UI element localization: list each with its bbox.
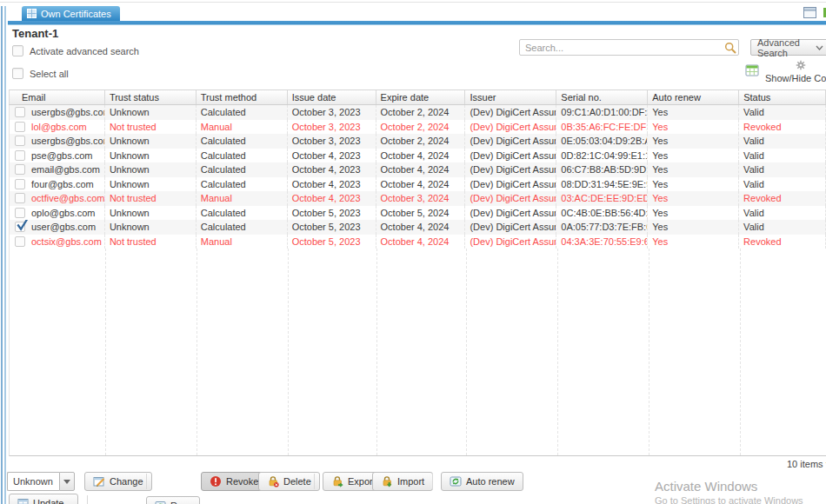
activate-windows-watermark: Activate Windows xyxy=(655,479,757,494)
header-serial-no[interactable]: Serial no. xyxy=(556,90,648,104)
auto-renew-cell: Yes xyxy=(648,206,739,221)
table-row[interactable]: oplo@gbs.comUnknownCalculatedOctober 5, … xyxy=(10,206,826,221)
revoke-button[interactable]: Revoke xyxy=(201,472,267,491)
row-checkbox[interactable] xyxy=(15,222,25,232)
import-button[interactable]: Import xyxy=(372,472,433,491)
row-checkbox[interactable] xyxy=(15,208,25,218)
row-checkbox[interactable] xyxy=(15,122,25,132)
row-checkbox[interactable] xyxy=(15,164,25,175)
email-text: usergbs@gbs.com xyxy=(31,134,105,149)
email-cell: email@gbs.com xyxy=(10,162,105,177)
issuer-cell: (Dev) DigiCert Assured I... xyxy=(465,134,556,149)
header-email[interactable]: Email xyxy=(10,90,105,104)
own-certificates-window: Own Certificates Tenant-1 Activate advan… xyxy=(0,0,826,504)
table-row[interactable]: user@gbs.comUnknownCalculatedOctober 5, … xyxy=(10,220,826,235)
left-panel-splitter[interactable] xyxy=(0,6,8,504)
auto-renew-cell: Yes xyxy=(648,191,739,206)
expire-date-cell: October 4, 2024 xyxy=(376,149,466,163)
header-expire-date[interactable]: Expire date xyxy=(376,90,466,104)
header-trust-method[interactable]: Trust method xyxy=(197,90,288,104)
header-trust-status[interactable]: Trust status xyxy=(105,90,197,104)
tab-bar-underline xyxy=(8,21,826,25)
email-cell: octfive@gbs.com xyxy=(10,191,105,206)
show-hide-columns-label[interactable]: Show/Hide Columns xyxy=(765,73,826,83)
row-checkbox[interactable] xyxy=(15,136,25,146)
tab-own-certificates[interactable]: Own Certificates xyxy=(22,6,120,21)
expire-date-cell: October 4, 2024 xyxy=(376,162,466,177)
issuer-cell: (Dev) DigiCert Assured I... xyxy=(465,105,556,120)
table-row[interactable]: email@gbs.comUnknownCalculatedOctober 4,… xyxy=(10,162,826,177)
row-checkbox[interactable] xyxy=(15,236,25,247)
certificate-grid-icon xyxy=(27,9,37,18)
trust-method-cell: Calculated xyxy=(197,134,288,149)
gear-icon xyxy=(796,60,806,70)
expire-date-cell: October 2, 2024 xyxy=(376,134,466,149)
auto-renew-icon xyxy=(450,475,462,487)
table-row[interactable]: four@gbs.comUnknownCalculatedOctober 4, … xyxy=(10,177,826,192)
auto-renew-label: Auto renew xyxy=(466,476,515,487)
email-cell: octsix@gbs.com xyxy=(10,235,105,249)
search-icon[interactable] xyxy=(724,42,736,54)
table-row[interactable]: octfive@gbs.comNot trustedManualOctober … xyxy=(10,191,826,206)
table-row[interactable]: lol@gbs.comNot trustedManualOctober 3, 2… xyxy=(10,120,826,135)
email-text: usergbs@gbs.com xyxy=(31,105,105,120)
update-button[interactable]: Update xyxy=(9,494,78,504)
header-issue-date[interactable]: Issue date xyxy=(288,90,376,104)
trust-status-cell: Not trusted xyxy=(105,191,197,206)
revoke-label: Revoke xyxy=(226,476,258,487)
row-checkbox[interactable] xyxy=(15,193,25,203)
header-issuer[interactable]: Issuer xyxy=(465,90,556,104)
columns-grid-icon[interactable] xyxy=(745,63,759,77)
auto-renew-button[interactable]: Auto renew xyxy=(441,472,523,491)
email-text: user@gbs.com xyxy=(31,220,96,235)
row-checkbox[interactable] xyxy=(15,107,25,117)
table-row[interactable]: usergbs@gbs.comUnknownCalculatedOctober … xyxy=(10,134,826,149)
activate-advanced-search-checkbox[interactable] xyxy=(12,45,23,56)
select-all-checkbox[interactable] xyxy=(12,68,23,79)
row-checkbox[interactable] xyxy=(15,150,25,161)
status-cell: Revoked xyxy=(739,120,826,135)
renew-button[interactable]: Renew xyxy=(146,496,200,504)
window-layout-icon[interactable] xyxy=(803,7,816,18)
header-auto-renew[interactable]: Auto renew xyxy=(648,90,739,104)
expire-date-cell: October 4, 2024 xyxy=(376,177,466,192)
expire-date-cell: October 2, 2024 xyxy=(376,120,466,135)
serial-cell: 04:3A:3E:70:55:E9:69:A... xyxy=(556,235,648,249)
issuer-cell: (Dev) DigiCert Assured I... xyxy=(465,220,556,235)
email-text: four@gbs.com xyxy=(31,177,94,192)
status-cell: Valid xyxy=(739,220,826,235)
tab-label: Own Certificates xyxy=(41,9,111,19)
auto-renew-cell: Yes xyxy=(648,120,739,135)
expire-date-cell: October 5, 2024 xyxy=(376,206,466,221)
trust-method-cell: Manual xyxy=(197,235,288,249)
delete-label: Delete xyxy=(283,476,311,487)
header-status[interactable]: Status xyxy=(739,90,826,104)
serial-cell: 06:C7:B8:AB:5D:9D:38:... xyxy=(556,162,648,177)
chevron-down-icon xyxy=(816,45,823,50)
change-button[interactable]: Change xyxy=(84,472,152,491)
trust-status-cell: Unknown xyxy=(105,206,197,221)
dropdown-trigger[interactable] xyxy=(59,472,75,491)
delete-button[interactable]: Delete xyxy=(258,472,320,491)
expire-date-cell: October 3, 2024 xyxy=(376,191,466,206)
revoke-alert-icon xyxy=(210,475,222,487)
trust-method-cell: Calculated xyxy=(197,206,288,221)
table-row[interactable]: pse@gbs.comUnknownCalculatedOctober 4, 2… xyxy=(10,149,826,163)
advanced-search-button[interactable]: Advanced Search xyxy=(750,39,826,56)
email-cell: oplo@gbs.com xyxy=(10,206,105,221)
trust-status-dropdown[interactable]: Unknown xyxy=(7,472,75,491)
serial-cell: 0C:4B:0E:BB:56:4D:66:... xyxy=(556,206,648,221)
issue-date-cell: October 4, 2023 xyxy=(288,162,376,177)
row-checkbox[interactable] xyxy=(15,179,25,189)
search-input[interactable] xyxy=(519,39,739,56)
edit-pencil-icon xyxy=(93,475,105,487)
change-label: Change xyxy=(110,476,143,487)
toolbar-separator xyxy=(146,474,147,489)
trust-status-dropdown-value[interactable]: Unknown xyxy=(7,472,59,491)
table-row[interactable]: octsix@gbs.comNot trustedManualOctober 5… xyxy=(10,235,826,249)
serial-cell: 03:AC:DE:EE:9D:ED:C7... xyxy=(556,191,648,206)
email-text: email@gbs.com xyxy=(31,162,100,177)
status-cell: Valid xyxy=(739,177,826,192)
trust-method-cell: Manual xyxy=(197,120,288,135)
table-row[interactable]: usergbs@gbs.comUnknownCalculatedOctober … xyxy=(10,105,826,120)
